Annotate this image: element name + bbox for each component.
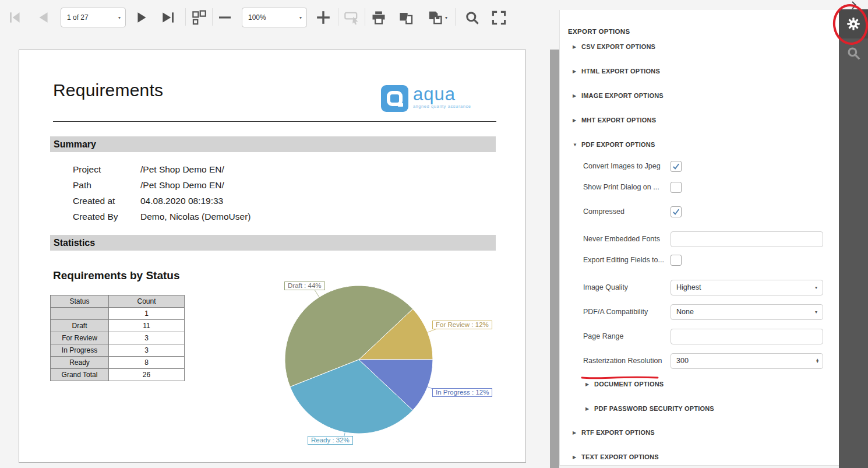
pdfa-compatibility-dropdown[interactable]: None ▾	[671, 304, 823, 320]
field-label: Rasterization Resolution	[583, 357, 671, 365]
collapse-panel-button[interactable]	[849, 1, 861, 10]
field-label: Convert Images to Jpeg	[583, 162, 671, 170]
table-row: Grand Total26	[51, 369, 185, 381]
count-cell: 3	[109, 332, 185, 344]
summary-label: Path	[73, 180, 140, 191]
zoom-out-button[interactable]	[216, 8, 234, 27]
zoom-level-dropdown[interactable]: 100% ▾	[242, 8, 307, 27]
never-embedded-fonts-input[interactable]	[671, 231, 823, 247]
next-page-button[interactable]	[133, 8, 151, 27]
page-range-input[interactable]	[671, 329, 823, 344]
chevron-right-icon	[573, 430, 581, 435]
section-text-export-options[interactable]: TEXT EXPORT OPTIONS	[573, 453, 659, 460]
rasterization-resolution-value: 300	[676, 357, 689, 365]
field-label: Compressed	[583, 207, 671, 216]
export-dropdown-button[interactable]: ▾	[424, 8, 450, 27]
toolbar-separator	[212, 8, 213, 26]
section-label: MHT EXPORT OPTIONS	[581, 117, 656, 124]
previous-page-button[interactable]	[34, 8, 52, 27]
section-label: TEXT EXPORT OPTIONS	[581, 453, 659, 460]
pdfa-compatibility-value: None	[676, 308, 694, 316]
section-rtf-export-options[interactable]: RTF EXPORT OPTIONS	[573, 429, 655, 436]
section-label: PDF PASSWORD SECURITY OPTIONS	[594, 405, 714, 412]
chevron-right-icon	[573, 455, 581, 460]
chevron-down-icon: ▾	[299, 15, 302, 20]
fullscreen-button[interactable]	[489, 8, 509, 27]
multipage-view-button[interactable]	[189, 8, 209, 27]
export-editing-fields-checkbox[interactable]	[671, 255, 682, 266]
count-cell: 8	[109, 357, 185, 369]
chevron-down-icon: ▾	[815, 309, 817, 315]
pie-label-for-review: For Review : 12%	[432, 321, 492, 329]
search-tab-button[interactable]	[839, 38, 868, 68]
chevron-right-icon	[573, 69, 581, 74]
section-csv-export-options[interactable]: CSV EXPORT OPTIONS	[573, 43, 655, 50]
section-label: RTF EXPORT OPTIONS	[581, 429, 655, 436]
status-cell: Draft	[51, 320, 109, 332]
magnifier-icon	[846, 45, 861, 61]
summary-label: Project	[73, 164, 140, 175]
summary-row: Path /Pet Shop Demo EN/	[73, 180, 224, 191]
summary-row: Created at 04.08.2020 08:19:33	[73, 196, 223, 206]
page-select-dropdown[interactable]: 1 of 27 ▾	[61, 8, 126, 27]
table-row: For Review3	[51, 332, 185, 344]
aqua-logo-tagline: aligned quality assurance	[413, 104, 471, 109]
count-cell: 26	[109, 369, 185, 381]
page-select-value: 1 of 27	[67, 13, 89, 22]
section-html-export-options[interactable]: HTML EXPORT OPTIONS	[573, 68, 660, 75]
first-page-button[interactable]	[6, 8, 24, 27]
statistics-section-header: Statistics	[50, 235, 496, 251]
section-document-options[interactable]: DOCUMENT OPTIONS	[585, 381, 664, 388]
chevron-right-icon	[573, 44, 581, 50]
table-header-row: Status Count	[51, 295, 185, 308]
toolbar-separator	[338, 8, 338, 26]
toolbar-separator	[365, 8, 365, 26]
section-mht-export-options[interactable]: MHT EXPORT OPTIONS	[573, 117, 656, 124]
zoom-in-button[interactable]	[314, 8, 333, 27]
column-header: Count	[109, 295, 185, 308]
toolbar-separator	[455, 8, 456, 26]
last-page-button[interactable]	[158, 8, 178, 27]
summary-value: Demo, Nicolas (DemoUser)	[140, 212, 250, 222]
table-row: Ready8	[51, 357, 185, 369]
spinner-arrows[interactable]: ▴▾	[816, 358, 818, 364]
pie-label-in-progress: In Progress : 12%	[432, 388, 492, 397]
export-options-tab-button[interactable]	[839, 9, 868, 38]
pie-label-draft: Draft : 44%	[284, 281, 325, 290]
print-page-button[interactable]	[396, 8, 417, 27]
section-label: IMAGE EXPORT OPTIONS	[581, 92, 664, 99]
field-label: Never Embedded Fonts	[583, 235, 671, 243]
spinner-down-icon: ▾	[816, 361, 818, 364]
vertical-scrollbar[interactable]	[550, 50, 559, 468]
rasterization-resolution-spinner[interactable]: 300 ▴▾	[671, 353, 823, 369]
print-button[interactable]	[369, 8, 389, 27]
panel-tab-rail	[839, 9, 868, 468]
field-image-quality: Image Quality Highest ▾	[583, 280, 828, 295]
section-image-export-options[interactable]: IMAGE EXPORT OPTIONS	[573, 92, 664, 99]
field-label: Show Print Dialog on ...	[583, 183, 671, 191]
image-quality-dropdown[interactable]: Highest ▾	[671, 280, 823, 295]
summary-row: Created By Demo, Nicolas (DemoUser)	[73, 212, 250, 222]
section-pdf-export-options[interactable]: PDF EXPORT OPTIONS	[573, 141, 655, 148]
field-page-range: Page Range	[583, 329, 828, 344]
viewer-toolbar: 1 of 27 ▾ 100% ▾ ▾	[0, 0, 550, 35]
field-label: Export Editing Fields to...	[583, 256, 671, 264]
show-print-dialog-checkbox[interactable]	[671, 182, 682, 193]
status-cell: In Progress	[51, 344, 109, 357]
search-button[interactable]	[462, 8, 482, 27]
summary-section-header: Summary	[50, 136, 496, 152]
gear-icon	[846, 16, 861, 31]
field-convert-images-to-jpeg: Convert Images to Jpeg	[583, 159, 828, 174]
field-compressed: Compressed	[583, 204, 828, 219]
section-label: HTML EXPORT OPTIONS	[581, 68, 660, 75]
chart-title: Requirements by Status	[53, 269, 180, 282]
compressed-checkbox[interactable]	[671, 206, 682, 217]
count-cell: 1	[109, 308, 185, 320]
highlight-editing-fields-button[interactable]	[342, 8, 362, 27]
convert-images-checkbox[interactable]	[671, 161, 682, 172]
summary-value: /Pet Shop Demo EN/	[140, 180, 224, 191]
chevron-right-icon	[585, 382, 594, 387]
status-cell: Grand Total	[51, 369, 109, 381]
section-pdf-password-security-options[interactable]: PDF PASSWORD SECURITY OPTIONS	[585, 405, 714, 412]
summary-label: Created at	[73, 196, 140, 206]
